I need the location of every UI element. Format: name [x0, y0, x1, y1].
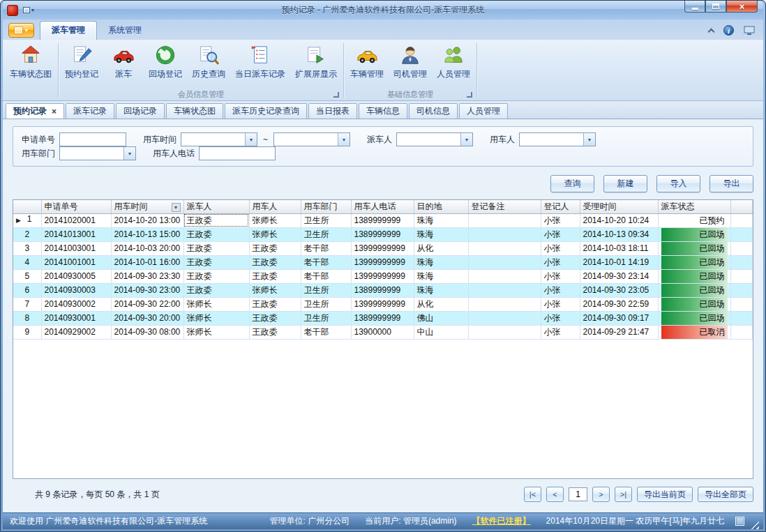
grid-cell[interactable]: 13999999999 [351, 269, 414, 283]
car-user-select[interactable]: ▼ [519, 132, 596, 146]
grid-cell[interactable]: 老干部 [301, 325, 351, 339]
grid-column-header[interactable]: 登记备注 [468, 200, 541, 213]
return-register-button[interactable]: 回场登记 [144, 40, 187, 89]
doc-tab-2[interactable]: 回场记录 [116, 103, 165, 119]
grid-cell[interactable]: 13999999999 [351, 241, 414, 255]
doc-tab-5[interactable]: 当日报表 [308, 103, 357, 119]
vehicle-management-button[interactable]: 车辆管理 [345, 40, 389, 89]
grid-cell[interactable]: 1389999999 [351, 311, 414, 325]
grid-cell[interactable]: 中山 [414, 325, 468, 339]
grid-row-9[interactable]: 9201409290022014-09-30 08:00张师长王政委老干部139… [13, 325, 753, 339]
grid-cell[interactable]: 小张 [541, 255, 580, 269]
grid-cell[interactable]: 2014-10-20 13:00 [111, 213, 183, 227]
grid-cell[interactable]: 已预约 [658, 213, 730, 227]
phone-input[interactable] [199, 146, 276, 160]
grid-cell[interactable]: 2014-09-30 23:00 [111, 283, 183, 297]
grid-cell[interactable]: 20140930001 [41, 311, 111, 325]
grid-cell[interactable]: 2014-09-30 20:00 [111, 311, 183, 325]
grid-cell[interactable]: 张师长 [249, 213, 301, 227]
grid-column-header[interactable]: 派车人 [183, 200, 249, 213]
grid-column-header[interactable]: 申请单号 [41, 200, 111, 213]
grid-cell[interactable]: 王政委 [183, 255, 249, 269]
grid-cell[interactable]: 王政委 [183, 227, 249, 241]
grid-cell[interactable]: 20141003001 [41, 241, 111, 255]
grid-column-header[interactable]: 目的地 [414, 200, 468, 213]
query-button[interactable]: 查询 [550, 175, 594, 192]
grid-cell[interactable]: 2014-10-13 09:34 [580, 227, 658, 241]
grid-cell[interactable]: 珠海 [414, 213, 468, 227]
grid-cell[interactable]: 20140930003 [41, 283, 111, 297]
next-page-button[interactable]: > [592, 487, 610, 502]
new-button[interactable]: 新建 [603, 175, 647, 192]
chevron-down-icon[interactable]: ▼ [460, 133, 472, 146]
grid-cell[interactable]: 2014-10-03 18:11 [580, 241, 658, 255]
display-icon[interactable] [744, 26, 755, 36]
vehicle-status-map-button[interactable]: 车辆状态图 [5, 40, 57, 89]
grid-cell[interactable]: 20140930002 [41, 297, 111, 311]
resize-grip[interactable] [750, 520, 759, 529]
chevron-down-icon[interactable]: ▼ [583, 133, 595, 146]
export-current-page-button[interactable]: 导出当前页 [637, 487, 693, 502]
doc-tab-3[interactable]: 车辆状态图 [166, 103, 223, 119]
grid-cell[interactable]: 珠海 [414, 255, 468, 269]
ribbon-tab-dispatch-management[interactable]: 派车管理 [40, 21, 97, 40]
grid-cell[interactable]: 小张 [541, 283, 580, 297]
grid-cell[interactable]: 小张 [541, 325, 580, 339]
grid-column-header[interactable]: 受理时间 [580, 200, 658, 213]
grid-cell[interactable]: 1389999999 [351, 213, 414, 227]
grid-column-header[interactable]: ▼用车时间 [111, 200, 183, 213]
grid-cell[interactable]: 王政委 [249, 297, 301, 311]
grid-cell[interactable]: 20140929002 [41, 325, 111, 339]
grid-cell[interactable]: 珠海 [414, 269, 468, 283]
dispatch-button[interactable]: 派车 [103, 40, 144, 89]
import-button[interactable]: 导入 [656, 175, 700, 192]
grid-cell[interactable]: 20141020001 [41, 213, 111, 227]
doc-tab-6[interactable]: 车辆信息 [359, 103, 407, 119]
grid-cell[interactable]: 已回场 [658, 241, 730, 255]
grid-cell[interactable]: 卫生所 [301, 213, 351, 227]
grid-cell[interactable]: 20140930005 [41, 269, 111, 283]
dialog-launcher-icon[interactable] [333, 92, 339, 98]
ribbon-tab-system-management[interactable]: 系统管理 [97, 22, 153, 40]
grid-cell[interactable]: 已回场 [658, 255, 730, 269]
grid-cell[interactable]: 珠海 [414, 227, 468, 241]
doc-tab-0[interactable]: 预约记录× [6, 103, 64, 119]
grid-cell[interactable]: 13999999999 [351, 255, 414, 269]
today-dispatch-records-button[interactable]: 当日派车记录 [230, 40, 290, 89]
grid-cell[interactable]: 已回场 [658, 283, 730, 297]
grid-cell[interactable]: 已回场 [658, 227, 730, 241]
grid-cell[interactable]: 小张 [541, 269, 580, 283]
grid-cell[interactable]: 王政委 [183, 269, 249, 283]
grid-cell[interactable]: 张师长 [183, 311, 249, 325]
grid-cell[interactable]: 已回场 [658, 297, 730, 311]
page-number-input[interactable] [569, 487, 587, 501]
grid-cell[interactable]: 已回场 [658, 269, 730, 283]
grid-cell[interactable]: 2014-09-30 22:00 [111, 297, 183, 311]
dispatcher-select[interactable]: ▼ [396, 132, 473, 146]
grid-cell[interactable]: 1389999999 [351, 283, 414, 297]
grid-cell[interactable]: 佛山 [414, 311, 468, 325]
maximize-button[interactable] [705, 1, 726, 13]
grid-cell[interactable]: 张师长 [249, 227, 301, 241]
extended-screen-button[interactable]: 扩展屏显示 [290, 40, 342, 89]
grid-cell[interactable]: 张师长 [183, 297, 249, 311]
grid-cell[interactable]: 王政委 [249, 255, 301, 269]
grid-cell[interactable]: 卫生所 [301, 297, 351, 311]
grid-cell[interactable]: 13900000 [351, 325, 414, 339]
doc-tab-4[interactable]: 派车历史记录查询 [225, 103, 307, 119]
grid-row-2[interactable]: 2201410130012014-10-13 15:00王政委张师长卫生所138… [13, 227, 753, 241]
grid-cell[interactable]: 20141013001 [41, 227, 111, 241]
grid-cell[interactable] [468, 255, 541, 269]
titlebar[interactable]: ▾ 预约记录 - 广州爱奇迪软件科技有限公司-派车管理系统 × [3, 1, 763, 20]
grid-row-7[interactable]: 7201409300022014-09-30 22:00张师长王政委卫生所139… [13, 297, 753, 311]
grid-cell[interactable]: 2014-09-29 21:47 [580, 325, 658, 339]
driver-management-button[interactable]: 司机管理 [389, 40, 432, 89]
grid-cell[interactable]: 王政委 [249, 325, 301, 339]
grid-row-1[interactable]: ▶1201410200012014-10-20 13:00王政委张师长卫生所13… [13, 213, 753, 227]
grid-cell[interactable]: 2014-09-30 23:05 [580, 283, 658, 297]
grid-cell[interactable]: 张师长 [249, 283, 301, 297]
grid-row-8[interactable]: 8201409300012014-09-30 20:00张师长王政委卫生所138… [13, 311, 753, 325]
close-button[interactable]: × [726, 1, 758, 13]
grid-row-4[interactable]: 4201410010012014-10-01 16:00王政委王政委老干部139… [13, 255, 753, 269]
grid-cell[interactable]: 王政委 [183, 283, 249, 297]
